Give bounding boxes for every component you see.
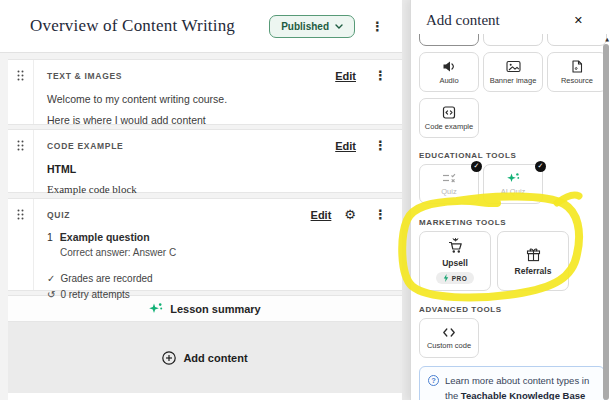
edit-button[interactable]: Edit bbox=[335, 140, 356, 152]
partial-tile-row bbox=[419, 34, 607, 48]
correct-answer-note: Correct answer: Answer C bbox=[60, 247, 392, 258]
tile-label: Upsell bbox=[442, 258, 468, 268]
partial-tile[interactable] bbox=[547, 34, 607, 46]
block-kebab-menu[interactable]: ⋮ bbox=[369, 67, 392, 84]
knowledge-base-callout: ? Learn more about content types in the … bbox=[419, 366, 605, 400]
lesson-header: Overview of Content Writing Published ⋮ bbox=[0, 0, 402, 53]
audio-icon bbox=[442, 60, 456, 73]
added-check-badge: ✓ bbox=[471, 161, 482, 172]
question-title: Example question bbox=[60, 231, 150, 243]
tile-banner-image[interactable]: Banner image bbox=[483, 52, 543, 92]
ai-sparkle-icon bbox=[149, 302, 163, 315]
tile-label: Quiz bbox=[441, 187, 456, 196]
drag-handle[interactable] bbox=[8, 199, 34, 290]
block-code-example: CODE EXAMPLE Edit ⋮ HTML Example code bl… bbox=[8, 129, 402, 193]
edit-button[interactable]: Edit bbox=[311, 209, 332, 221]
tile-label: Audio bbox=[439, 76, 458, 85]
ai-sparkle-icon bbox=[507, 172, 520, 184]
drag-dots-icon bbox=[17, 209, 24, 220]
tile-code-example[interactable]: Code example bbox=[419, 98, 479, 138]
lesson-body: TEXT & IMAGES Edit ⋮ Welcome to my conte… bbox=[0, 54, 402, 400]
drag-dots-icon bbox=[17, 140, 24, 151]
drag-handle[interactable] bbox=[8, 130, 34, 192]
partial-tile[interactable] bbox=[483, 34, 543, 46]
drag-handle[interactable] bbox=[8, 60, 34, 124]
tile-label: Banner image bbox=[490, 76, 537, 85]
block-kebab-menu[interactable]: ⋮ bbox=[369, 206, 392, 223]
block-type-label: TEXT & IMAGES bbox=[47, 71, 122, 81]
code-block-text: Example code block bbox=[47, 183, 392, 195]
tile-label: Referrals bbox=[515, 266, 552, 276]
quiz-icon bbox=[442, 172, 456, 184]
resource-file-icon bbox=[571, 60, 583, 73]
tile-label: Custom code bbox=[427, 341, 471, 350]
block-text-images: TEXT & IMAGES Edit ⋮ Welcome to my conte… bbox=[8, 59, 402, 125]
added-check-badge: ✓ bbox=[535, 161, 546, 172]
question-number: 1 bbox=[47, 231, 53, 243]
block-type-label: CODE EXAMPLE bbox=[47, 141, 123, 151]
add-content-label: Add content bbox=[183, 352, 247, 364]
tile-upsell[interactable]: Upsell PRO bbox=[419, 231, 491, 291]
grades-recorded-text: Grades are recorded bbox=[60, 273, 152, 284]
lesson-kebab-menu[interactable]: ⋮ bbox=[366, 18, 389, 35]
scrollbar-thumb[interactable] bbox=[603, 44, 609, 400]
pro-badge-label: PRO bbox=[452, 275, 467, 282]
upsell-cart-icon bbox=[447, 238, 464, 254]
close-icon[interactable]: ✕ bbox=[574, 14, 583, 27]
drag-dots-icon bbox=[17, 70, 24, 81]
add-content-area: Add content bbox=[8, 322, 402, 393]
banner-image-icon bbox=[506, 60, 521, 73]
page-title: Overview of Content Writing bbox=[30, 16, 235, 36]
panel-scroll-area: Audio Banner image Resource Code example… bbox=[419, 34, 607, 400]
custom-code-icon bbox=[442, 327, 456, 338]
block-type-label: QUIZ bbox=[47, 210, 70, 220]
scrollbar-up-arrow[interactable]: ▲ bbox=[605, 36, 609, 42]
tile-label: Resource bbox=[561, 76, 593, 85]
section-label-marketing: MARKETING TOOLS bbox=[419, 218, 607, 227]
section-label-educational: EDUCATIONAL TOOLS bbox=[419, 151, 607, 160]
text-paragraph: Welcome to my content writing course. bbox=[47, 93, 392, 105]
help-question-icon: ? bbox=[428, 375, 439, 386]
pro-badge: PRO bbox=[436, 272, 474, 284]
tile-referrals[interactable]: Referrals bbox=[497, 231, 569, 291]
add-content-panel: Add content ✕ Audio Banner image Resourc… bbox=[410, 0, 613, 400]
text-paragraph: Here is where I would add content bbox=[47, 114, 392, 126]
tile-quiz: ✓ Quiz bbox=[419, 164, 479, 204]
upgrade-bolt-icon bbox=[443, 274, 449, 282]
block-kebab-menu[interactable]: ⋮ bbox=[369, 137, 392, 154]
referrals-gift-icon bbox=[526, 247, 541, 262]
check-icon: ✓ bbox=[47, 273, 55, 284]
published-label: Published bbox=[281, 21, 329, 32]
plus-circle-icon bbox=[162, 351, 176, 365]
retry-attempts-text: 0 retry attempts bbox=[60, 289, 129, 300]
tile-label: AI Quiz bbox=[501, 187, 526, 196]
retry-icon: ↺ bbox=[47, 289, 55, 300]
edit-button[interactable]: Edit bbox=[335, 70, 356, 82]
lesson-editor-panel: Overview of Content Writing Published ⋮ … bbox=[0, 0, 402, 400]
tile-audio[interactable]: Audio bbox=[419, 52, 479, 92]
partial-tile[interactable] bbox=[419, 34, 479, 46]
chevron-down-icon bbox=[335, 24, 343, 29]
code-example-icon bbox=[442, 106, 456, 119]
panel-title: Add content bbox=[426, 12, 500, 29]
lesson-summary-label: Lesson summary bbox=[170, 303, 260, 315]
knowledge-base-link[interactable]: Teachable Knowledge Base bbox=[461, 390, 585, 400]
bottom-spacer bbox=[8, 393, 402, 400]
section-label-advanced: ADVANCED TOOLS bbox=[419, 305, 607, 314]
tile-label: Code example bbox=[425, 122, 473, 131]
tile-ai-quiz: ✓ AI Quiz bbox=[483, 164, 543, 204]
tile-custom-code[interactable]: Custom code bbox=[419, 318, 479, 358]
tile-resource[interactable]: Resource bbox=[547, 52, 607, 92]
add-content-button[interactable]: Add content bbox=[162, 351, 247, 365]
block-quiz: QUIZ Edit ⚙ ⋮ 1 Example question Correct… bbox=[8, 198, 402, 291]
published-status-button[interactable]: Published bbox=[269, 15, 355, 38]
gear-icon[interactable]: ⚙ bbox=[344, 208, 356, 221]
code-language: HTML bbox=[47, 163, 392, 175]
